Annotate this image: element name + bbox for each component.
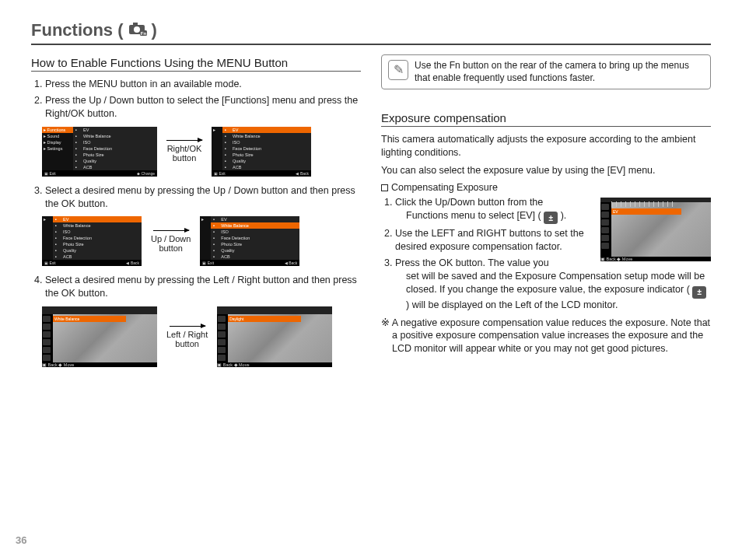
ev-icon: ±	[544, 212, 558, 224]
note-text: Use the Fn button on the rear of the cam…	[415, 60, 704, 84]
left-heading: How to Enable Functions Using the MENU B…	[31, 56, 361, 72]
arrow-right-icon	[170, 326, 205, 327]
arrow-label-2: Up / Down button	[151, 230, 191, 253]
right-step-3: 3. Press the OK button. The value you se…	[384, 257, 711, 311]
svg-rect-1	[133, 23, 138, 26]
page-number: 36	[16, 534, 26, 546]
menu-shot-2: ▸ ▪EV▪White Balance▪ISO▪Face Detection▪P…	[212, 127, 311, 177]
arrow-label-3: Left / Right button	[166, 326, 208, 348]
screenshot-row-3: White Balance ▣ Back ◆ Move Left / Right…	[42, 306, 361, 367]
menu-shot-4: ▸ ▪EV▪White Balance▪ISO▪Face Detection▪P…	[200, 216, 299, 266]
photo-shot-2: Daylight ▣ Back ◆ Move	[217, 306, 332, 367]
screenshot-row-2: ▸ ▪EV▪White Balance▪ISO▪Face Detection▪P…	[42, 216, 361, 266]
negative-exposure-note: ※ A negative exposure compensation value…	[381, 317, 711, 356]
exposure-para-2: You can also select the exposure value b…	[381, 164, 711, 177]
camera-fn-icon: Fn	[128, 20, 147, 40]
arrow-right-icon	[153, 230, 189, 231]
svg-text:Fn: Fn	[140, 31, 146, 36]
exposure-para-1: This camera automatically adjusts the ex…	[381, 133, 711, 159]
photo-shot-1: White Balance ▣ Back ◆ Move	[42, 306, 157, 367]
title-suffix: )	[152, 20, 157, 40]
right-heading: Exposure compensation	[381, 111, 711, 127]
left-step-3: 3. Select a desired menu by pressing the…	[34, 184, 361, 211]
arrow-label-1: Right/OK button	[166, 140, 202, 163]
compensating-title: Compensating Exposure	[381, 182, 711, 193]
note-icon: ✎	[388, 60, 408, 80]
left-step-1: 1. Press the MENU button in an available…	[34, 78, 361, 91]
screenshot-row-1: ▸ Functions▸ Sound▸ Display▸ Settings ▪E…	[42, 127, 361, 177]
menu-shot-1: ▸ Functions▸ Sound▸ Display▸ Settings ▪E…	[42, 127, 157, 177]
square-bullet-icon	[381, 184, 388, 191]
page-title: Functions ( Fn )	[31, 20, 711, 45]
fn-note-box: ✎ Use the Fn button on the rear of the c…	[381, 54, 711, 89]
ev-icon: ±	[692, 286, 706, 299]
left-step-4: 4. Select a desired menu by pressing the…	[34, 274, 361, 300]
arrow-right-icon	[166, 140, 202, 141]
title-prefix: Functions (	[31, 20, 124, 40]
menu-shot-3: ▸ ▪EV▪White Balance▪ISO▪Face Detection▪P…	[42, 216, 142, 266]
ev-photo-shot: EV ▣ Back ◆ Move	[600, 198, 711, 261]
left-step-2: 2. Press the Up / Down button to select …	[34, 94, 361, 121]
svg-point-2	[134, 26, 140, 33]
